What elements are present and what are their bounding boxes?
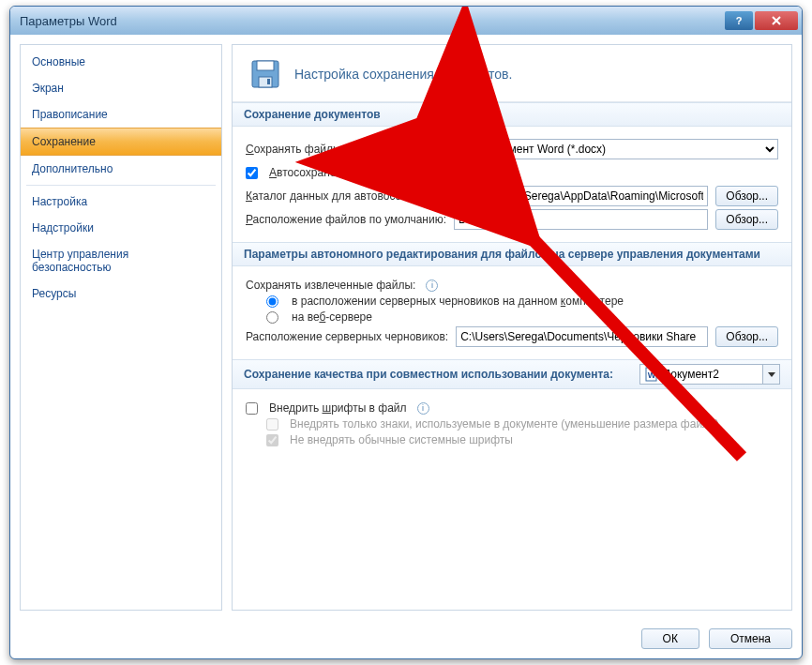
category-sidebar: Основные Экран Правописание Сохранение Д…	[20, 44, 222, 611]
default-loc-input[interactable]	[454, 209, 708, 230]
sidebar-item-resources[interactable]: Ресурсы	[21, 280, 221, 307]
ok-button[interactable]: ОК	[641, 628, 699, 649]
embed-fonts-checkbox[interactable]	[246, 402, 258, 415]
svg-rect-2	[257, 61, 274, 70]
sidebar-item-customize[interactable]: Настройка	[21, 189, 221, 215]
browse-recovery-button[interactable]: Обзор...	[715, 186, 778, 206]
chevron-down-icon	[762, 365, 779, 384]
autosave-checkbox[interactable]	[246, 167, 258, 179]
radio-local-drafts-label: в расположении серверных черновиков на д…	[292, 295, 624, 308]
format-label: Сохранять файлы в следующем формате:	[246, 143, 468, 156]
sidebar-item-trust-center[interactable]: Центр управления безопасностью	[21, 241, 221, 280]
dialog-window: Параметры Word ? Основные Экран Правопис…	[9, 6, 803, 659]
dialog-footer: ОК Отмена	[20, 628, 792, 649]
section-offline-header: Параметры автономного редактирования для…	[233, 242, 791, 266]
sidebar-item-save[interactable]: Сохранение	[21, 128, 221, 156]
sidebar-item-advanced[interactable]: Дополнительно	[21, 156, 221, 182]
browse-default-loc-button[interactable]: Обзор...	[715, 209, 778, 230]
radio-web-server-label: на веб-сервере	[292, 310, 372, 324]
format-combo[interactable]: Документ Word (*.docx)	[475, 139, 778, 159]
server-drafts-label: Расположение серверных черновиков:	[246, 330, 448, 343]
section-quality-title: Сохранение качества при совместном испол…	[244, 368, 613, 381]
save-icon	[249, 58, 281, 90]
extracted-files-label: Сохранять извлеченные файлы:	[246, 279, 415, 292]
autosave-label: Автосохранение каждые	[269, 166, 398, 179]
embed-fonts-label: Внедрить шрифты в файл	[269, 401, 407, 415]
page-heading-text: Настройка сохранения документов.	[294, 67, 512, 82]
autosave-minutes-input[interactable]	[405, 162, 452, 183]
sidebar-item-general[interactable]: Основные	[21, 49, 221, 75]
content-pane: Настройка сохранения документов. Сохране…	[232, 44, 792, 611]
radio-web-server[interactable]	[266, 311, 278, 324]
browse-server-drafts-button[interactable]: Обзор...	[715, 326, 778, 347]
section-save-header: Сохранение документов	[233, 102, 791, 127]
recovery-path-input[interactable]	[473, 186, 709, 206]
radio-local-drafts[interactable]	[266, 295, 278, 308]
close-button[interactable]	[755, 11, 798, 30]
help-button[interactable]: ?	[725, 11, 753, 30]
word-doc-icon: W	[644, 367, 659, 382]
default-loc-label: Расположение файлов по умолчанию:	[246, 213, 446, 226]
server-drafts-input[interactable]	[456, 326, 708, 347]
embed-used-only-checkbox	[266, 418, 278, 431]
dont-embed-system-label: Не внедрять обычные системные шрифты	[290, 433, 513, 446]
recovery-label: Каталог данных для автовосстановления:	[246, 189, 465, 203]
svg-rect-4	[267, 79, 270, 84]
page-heading: Настройка сохранения документов.	[233, 45, 791, 102]
section-quality-header: Сохранение качества при совместном испол…	[233, 359, 791, 389]
embed-used-only-label: Внедрять только знаки, используемые в до…	[290, 417, 719, 431]
sidebar-item-addins[interactable]: Надстройки	[21, 215, 221, 241]
autosave-units: минут	[459, 166, 490, 179]
window-title: Параметры Word	[20, 14, 723, 28]
sidebar-separator	[26, 185, 216, 186]
dont-embed-system-checkbox	[266, 434, 278, 446]
sidebar-item-proofing[interactable]: Правописание	[21, 101, 221, 128]
svg-text:W: W	[648, 370, 656, 380]
info-icon[interactable]: i	[426, 280, 438, 292]
info-icon[interactable]: i	[417, 402, 429, 415]
cancel-button[interactable]: Отмена	[709, 628, 792, 649]
svg-text:?: ?	[736, 15, 743, 26]
titlebar: Параметры Word ?	[10, 7, 802, 35]
document-selector[interactable]: W Документ2	[639, 364, 780, 385]
sidebar-item-display[interactable]: Экран	[21, 75, 221, 101]
